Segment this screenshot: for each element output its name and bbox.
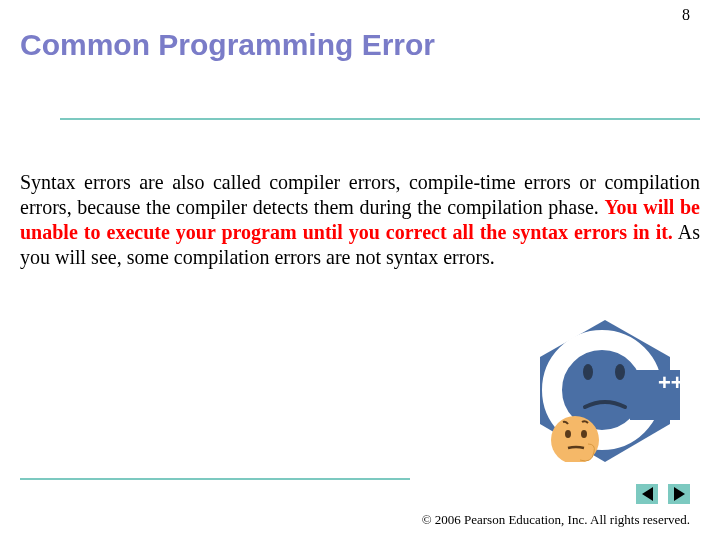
body-before: Syntax errors are also called compiler e… — [20, 171, 700, 218]
svg-point-7 — [581, 430, 587, 438]
cpp-thinking-illustration: ++ — [520, 312, 690, 462]
chevron-right-icon — [674, 487, 685, 501]
copyright-text: © 2006 Pearson Education, Inc. All right… — [422, 512, 690, 528]
page-number: 8 — [682, 6, 690, 24]
chevron-left-icon — [642, 487, 653, 501]
svg-point-6 — [565, 430, 571, 438]
divider-bottom — [20, 478, 410, 480]
prev-button[interactable] — [636, 484, 658, 504]
cpp-badge-text: ++ — [658, 370, 684, 395]
body-paragraph: Syntax errors are also called compiler e… — [20, 170, 700, 270]
svg-point-3 — [583, 364, 593, 380]
next-button[interactable] — [668, 484, 690, 504]
svg-point-4 — [615, 364, 625, 380]
divider-top — [60, 118, 700, 120]
nav-controls — [636, 484, 690, 504]
slide-title: Common Programming Error — [20, 28, 435, 62]
